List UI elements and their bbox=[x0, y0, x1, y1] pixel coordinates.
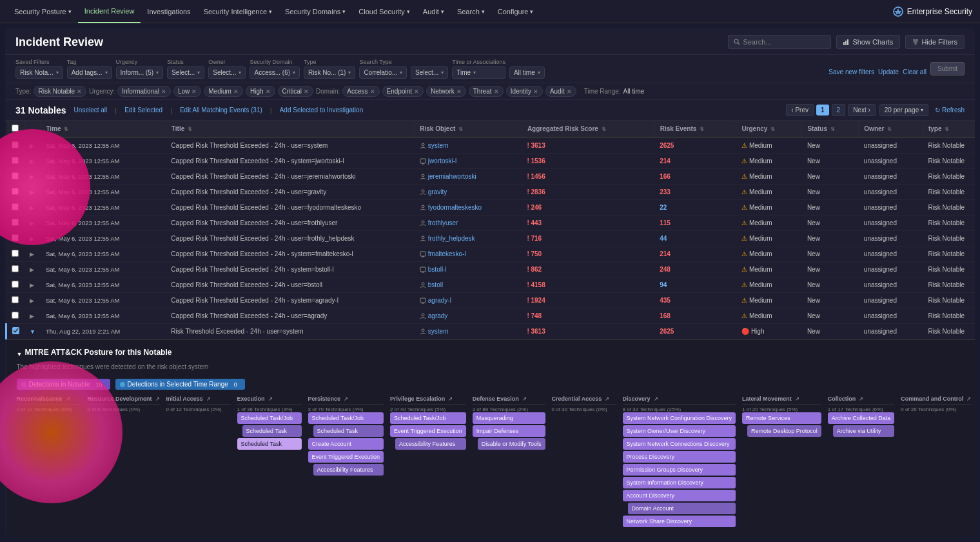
row-expand-button[interactable]: ▶ bbox=[30, 158, 34, 165]
technique-card[interactable]: Impair Defenses bbox=[473, 425, 545, 437]
technique-card[interactable]: Scheduled Task/Job bbox=[390, 412, 466, 424]
nav-security-intelligence[interactable]: Security Intelligence bbox=[197, 0, 279, 23]
add-to-investigation-link[interactable]: Add Selected to Investigation bbox=[280, 106, 364, 114]
row-checkbox[interactable] bbox=[12, 219, 19, 226]
row-checkbox[interactable] bbox=[12, 296, 19, 303]
row-checkbox[interactable] bbox=[12, 203, 19, 210]
technique-card[interactable]: Accessibility Features bbox=[395, 438, 466, 450]
domain-endpoint-remove[interactable]: ✕ bbox=[414, 88, 419, 95]
urgency-medium-remove[interactable]: ✕ bbox=[233, 88, 239, 95]
row-checkbox[interactable] bbox=[12, 157, 19, 164]
technique-card[interactable]: System Network Configuration Discovery bbox=[623, 412, 736, 424]
technique-card[interactable]: Domain Account bbox=[628, 503, 736, 514]
filter-alltime-dropdown[interactable]: All time bbox=[509, 66, 545, 79]
update-filters-link[interactable]: Update bbox=[878, 68, 899, 75]
row-expand-button[interactable]: ▶ bbox=[30, 220, 34, 226]
nav-incident-review[interactable]: Incident Review bbox=[78, 0, 141, 23]
technique-header[interactable]: Persistence ↗ bbox=[308, 396, 384, 405]
row-expand-button[interactable]: ▶ bbox=[30, 205, 34, 211]
row-expand-button[interactable]: ▶ bbox=[30, 189, 34, 196]
hide-filters-button[interactable]: Hide Filters bbox=[905, 35, 965, 49]
technique-card[interactable]: Remote Desktop Protocol bbox=[747, 425, 821, 437]
technique-card[interactable]: Scheduled Task bbox=[237, 438, 302, 450]
urgency-critical-remove[interactable]: ✕ bbox=[304, 88, 309, 95]
row-checkbox[interactable] bbox=[12, 188, 19, 195]
filter-tag-dropdown[interactable]: Add tags... bbox=[67, 66, 112, 79]
row-checkbox[interactable] bbox=[12, 250, 19, 257]
edit-all-link[interactable]: Edit All Matching Events (31) bbox=[180, 106, 262, 114]
technique-header[interactable]: Defense Evasion ↗ bbox=[473, 396, 545, 405]
col-owner[interactable]: Owner ⇅ bbox=[859, 121, 923, 137]
filter-security-domain-dropdown[interactable]: Access... (6) bbox=[250, 66, 300, 79]
nav-security-posture[interactable]: Security Posture bbox=[8, 0, 78, 23]
clear-all-filters-link[interactable]: Clear all bbox=[903, 68, 926, 75]
technique-card[interactable]: Accessibility Features bbox=[313, 464, 384, 476]
technique-card[interactable]: System Network Connections Discovery bbox=[623, 438, 736, 450]
technique-header[interactable]: Execution ↗ bbox=[237, 396, 302, 405]
technique-header[interactable]: Resource Development ↗ bbox=[88, 396, 160, 405]
row-checkbox[interactable] bbox=[12, 327, 19, 334]
technique-header[interactable]: Discovery ↗ bbox=[623, 396, 736, 405]
filter-search-type-dropdown[interactable]: Correlatio... bbox=[359, 66, 407, 79]
page-2-button[interactable]: 2 bbox=[832, 104, 846, 116]
domain-network-remove[interactable]: ✕ bbox=[456, 88, 462, 95]
row-checkbox[interactable] bbox=[12, 172, 19, 179]
technique-card[interactable]: Scheduled Task bbox=[242, 425, 302, 437]
technique-header[interactable]: Command and Control ↗ bbox=[901, 396, 971, 405]
row-expand-button[interactable]: ▶ bbox=[30, 251, 34, 257]
col-urgency[interactable]: Urgency ⇅ bbox=[736, 121, 802, 137]
col-risk-events[interactable]: Risk Events ⇅ bbox=[654, 121, 736, 137]
show-charts-button[interactable]: Show Charts bbox=[836, 35, 900, 49]
filter-select-dropdown[interactable]: Select... bbox=[411, 66, 448, 79]
per-page-select[interactable]: 20 per page bbox=[879, 104, 928, 116]
page-1-button[interactable]: 1 bbox=[816, 105, 829, 115]
technique-card[interactable]: Network Share Discovery bbox=[623, 516, 736, 527]
technique-card[interactable]: Archive via Utility bbox=[833, 425, 895, 437]
col-status[interactable]: Status ⇅ bbox=[802, 121, 859, 137]
filter-time-dropdown[interactable]: Time bbox=[452, 66, 505, 79]
col-title[interactable]: Title ⇅ bbox=[166, 121, 414, 137]
urgency-informational-remove[interactable]: ✕ bbox=[161, 88, 166, 95]
row-expand-button[interactable]: ▶ bbox=[30, 236, 34, 242]
row-checkbox[interactable] bbox=[12, 141, 19, 148]
domain-threat-remove[interactable]: ✕ bbox=[494, 88, 499, 95]
prev-page-button[interactable]: ‹ Prev bbox=[786, 104, 814, 116]
domain-identity-remove[interactable]: ✕ bbox=[533, 88, 538, 95]
filter-urgency-dropdown[interactable]: Inform... (5) bbox=[116, 66, 164, 79]
row-checkbox[interactable] bbox=[12, 281, 19, 288]
edit-selected-link[interactable]: Edit Selected bbox=[124, 106, 162, 114]
technique-card[interactable]: Scheduled Task bbox=[313, 425, 384, 437]
filter-owner-dropdown[interactable]: Select... bbox=[208, 66, 246, 79]
filter-type-dropdown[interactable]: Risk No... (1) bbox=[304, 66, 355, 79]
row-checkbox[interactable] bbox=[12, 234, 19, 241]
technique-card[interactable]: Masquerading bbox=[473, 412, 545, 424]
filter-status-dropdown[interactable]: Select... bbox=[167, 66, 204, 79]
row-expand-button[interactable]: ▶ bbox=[30, 266, 34, 273]
technique-card[interactable]: Create Account bbox=[308, 438, 384, 450]
technique-header[interactable]: Collection ↗ bbox=[828, 396, 895, 405]
technique-header[interactable]: Reconnaissance ↗ bbox=[17, 396, 81, 405]
technique-card[interactable]: Remote Services bbox=[742, 412, 821, 424]
technique-card[interactable]: Event Triggered Execution bbox=[308, 451, 384, 463]
technique-card[interactable]: Process Discovery bbox=[623, 451, 736, 463]
type-tag-remove[interactable]: ✕ bbox=[77, 88, 82, 95]
save-new-filters-link[interactable]: Save new filters bbox=[828, 68, 874, 75]
col-risk-object[interactable]: Risk Object ⇅ bbox=[415, 121, 522, 137]
row-expand-button[interactable]: ▶ bbox=[30, 313, 34, 319]
row-expand-button[interactable]: ▶ bbox=[30, 282, 34, 288]
row-checkbox[interactable] bbox=[12, 265, 19, 272]
technique-header[interactable]: Credential Access ↗ bbox=[552, 396, 616, 405]
refresh-button[interactable]: ↻ Refresh bbox=[935, 106, 965, 114]
technique-card[interactable]: Scheduled Task/Job bbox=[237, 412, 302, 424]
technique-card[interactable]: Disable or Modify Tools bbox=[478, 438, 545, 450]
unselect-all-link[interactable]: Unselect all bbox=[74, 106, 108, 114]
nav-configure[interactable]: Configure bbox=[491, 0, 540, 23]
col-agg-score[interactable]: Aggregated Risk Score ⇅ bbox=[522, 121, 654, 137]
technique-card[interactable]: Scheduled Task/Job bbox=[308, 412, 384, 424]
domain-access-remove[interactable]: ✕ bbox=[370, 88, 375, 95]
select-all-checkbox[interactable] bbox=[12, 125, 19, 132]
technique-card[interactable]: Account Discovery bbox=[623, 490, 736, 501]
urgency-high-remove[interactable]: ✕ bbox=[266, 88, 271, 95]
urgency-low-remove[interactable]: ✕ bbox=[191, 88, 197, 95]
nav-security-domains[interactable]: Security Domains bbox=[279, 0, 352, 23]
